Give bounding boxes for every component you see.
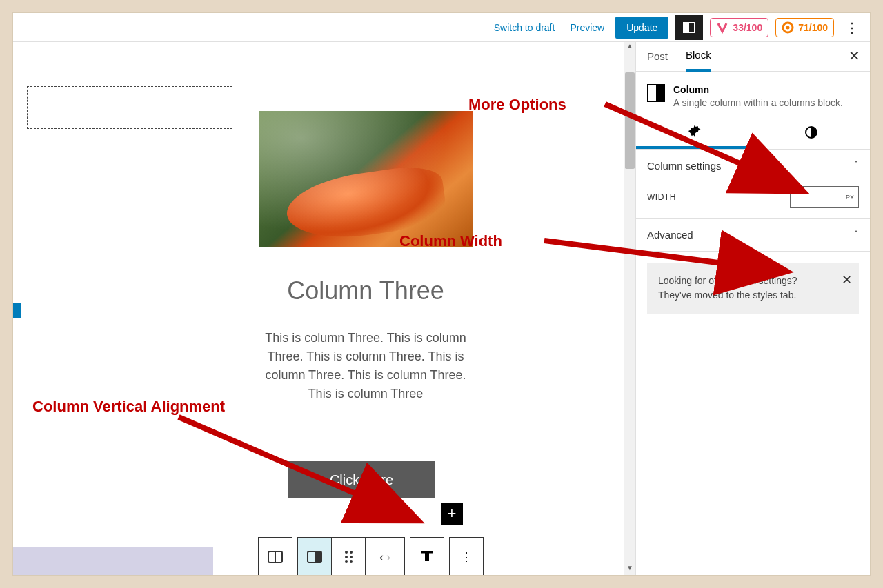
preview-link[interactable]: Preview	[566, 22, 608, 33]
scrollbar-thumb[interactable]	[625, 72, 635, 169]
target-icon	[782, 21, 794, 34]
gear-icon	[688, 124, 702, 138]
scroll-up-button[interactable]: ▲	[624, 42, 635, 53]
scroll-down-button[interactable]: ▼	[624, 564, 635, 575]
settings-sidebar: Post Block ✕ Column A single column with…	[635, 42, 870, 575]
block-description: A single column within a columns block.	[673, 97, 843, 110]
advanced-panel: Advanced ˅	[636, 219, 870, 252]
tab-block[interactable]: Block	[686, 49, 711, 72]
block-toolbar: ‹ › ⋮	[259, 537, 484, 575]
settings-tab[interactable]	[636, 116, 753, 149]
column-icon	[647, 84, 665, 102]
column-settings-panel: Column settings ˄ WIDTH PX	[636, 150, 870, 219]
parent-columns-button[interactable]	[258, 537, 292, 575]
block-summary: Column A single column within a columns …	[636, 72, 870, 116]
seo-score-value: 33/100	[733, 22, 762, 33]
selection-handle[interactable]	[13, 303, 21, 318]
sidebar-tabs: Post Block ✕	[636, 42, 870, 72]
readability-score-badge[interactable]: 71/100	[775, 18, 834, 37]
options-menu-button[interactable]: ⋮	[841, 19, 863, 36]
panel-title: Column settings	[647, 160, 722, 172]
svg-point-3	[786, 26, 790, 29]
move-buttons[interactable]: ‹ ›	[365, 537, 405, 575]
vertical-align-button[interactable]	[410, 537, 444, 575]
column-heading[interactable]: Column Three	[259, 276, 473, 305]
chevron-up-icon: ˄	[853, 159, 859, 172]
empty-column-placeholder[interactable]	[27, 86, 232, 129]
tab-post[interactable]: Post	[647, 50, 668, 70]
contrast-toggle-button[interactable]	[675, 15, 703, 40]
seo-icon	[716, 21, 728, 34]
svg-rect-9	[425, 552, 429, 561]
seo-score-badge[interactable]: 33/100	[710, 18, 768, 37]
notice-text: Looking for other block settings? They'v…	[658, 275, 797, 301]
switch-draft-link[interactable]: Switch to draft	[490, 22, 559, 33]
width-unit[interactable]: PX	[846, 194, 854, 201]
move-left-icon[interactable]: ‹	[379, 550, 384, 565]
block-name: Column	[673, 84, 843, 95]
adjacent-column-preview	[13, 547, 213, 575]
column-settings-toggle[interactable]: Column settings ˄	[647, 159, 859, 172]
column-image[interactable]	[259, 111, 473, 247]
width-input[interactable]: PX	[790, 186, 859, 208]
styles-tab[interactable]	[753, 116, 871, 149]
advanced-toggle[interactable]: Advanced ˅	[647, 228, 859, 241]
svg-rect-1	[684, 23, 689, 32]
width-label: WIDTH	[647, 192, 676, 202]
panel-title: Advanced	[647, 229, 693, 241]
dismiss-notice-button[interactable]: ✕	[842, 271, 852, 290]
column-paragraph[interactable]: This is column Three. This is column Thr…	[259, 329, 473, 403]
close-sidebar-button[interactable]: ✕	[849, 48, 860, 64]
contrast-icon	[804, 125, 818, 139]
scrollbar-track[interactable]: ▲ ▼	[624, 42, 635, 575]
block-more-options-button[interactable]: ⋮	[449, 537, 484, 575]
move-right-icon: ›	[386, 550, 390, 565]
editor-header: Switch to draft Preview Update 33/100 71…	[13, 13, 870, 42]
column-block-button[interactable]	[297, 537, 332, 575]
drag-handle[interactable]	[331, 537, 366, 575]
update-button[interactable]: Update	[615, 17, 668, 39]
inspector-tabs	[636, 116, 870, 150]
svg-rect-7	[315, 551, 321, 562]
cta-button[interactable]: Click Here	[288, 461, 435, 498]
styles-moved-notice: Looking for other block settings? They'v…	[647, 263, 859, 314]
add-block-button[interactable]: +	[441, 503, 463, 525]
editor-canvas[interactable]: ▲ ▼ Column Three This is column Three. T…	[13, 42, 635, 575]
readability-score-value: 71/100	[798, 22, 828, 33]
chevron-down-icon: ˅	[853, 228, 859, 241]
